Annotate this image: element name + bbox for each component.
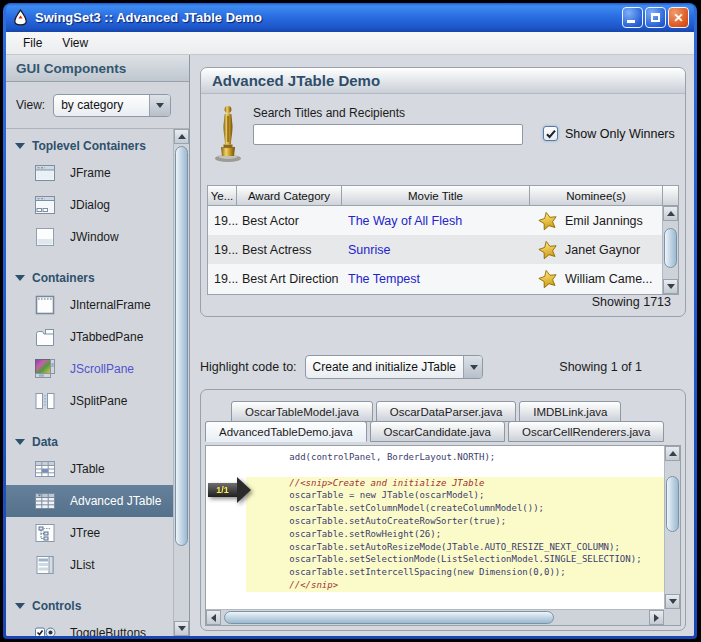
view-combobox-value: by category — [54, 98, 149, 112]
snippet-arrow-icon — [237, 477, 251, 503]
maximize-button[interactable] — [645, 7, 666, 28]
tab-oscarcellrenderers[interactable]: OscarCellRenderers.java — [508, 421, 664, 442]
column-header-nominees[interactable]: Nominee(s) — [530, 185, 663, 206]
column-header-award-category[interactable]: Award Category — [237, 185, 342, 206]
component-tree: Toplevel Containers JFrame — [6, 129, 173, 636]
scroll-up-button[interactable] — [174, 129, 189, 144]
arrow-down-icon — [667, 284, 675, 293]
sidebar-scrollbar[interactable] — [173, 129, 189, 636]
code-line: //</snip> — [246, 579, 664, 592]
sidebar-item-jsplitpane[interactable]: JSplitPane — [6, 385, 173, 417]
maximize-icon — [651, 13, 660, 22]
tab-oscardataparser[interactable]: OscarDataParser.java — [376, 401, 517, 422]
code-viewer-panel: OscarTableModel.java OscarDataParser.jav… — [200, 389, 686, 631]
sidebar-item-advanced-jtable[interactable]: Advanced JTable — [6, 485, 173, 517]
sidebar-item-jtree[interactable]: JTree — [6, 517, 173, 549]
code-vscroll-thumb[interactable] — [666, 476, 679, 532]
scroll-down-button[interactable] — [665, 594, 680, 609]
sidebar-item-jlist[interactable]: JList — [6, 549, 173, 581]
tree-category-toplevel-containers[interactable]: Toplevel Containers — [6, 135, 173, 157]
menu-view[interactable]: View — [52, 33, 98, 53]
nominee-name: William Came... — [565, 272, 653, 286]
column-header-movie-title[interactable]: Movie Title — [342, 185, 530, 206]
title-bar[interactable]: SwingSet3 :: Advanced JTable Demo ✕ — [6, 3, 694, 32]
menu-bar: File View — [6, 32, 694, 55]
code-line: oscarTable = new JTable(oscarModel); — [246, 489, 664, 502]
movie-title-link[interactable]: The Way of All Flesh — [343, 214, 531, 228]
search-input[interactable] — [253, 124, 523, 145]
code-file-tabs: OscarTableModel.java OscarDataParser.jav… — [201, 390, 685, 442]
tree-category-controls[interactable]: Controls — [6, 595, 173, 617]
menu-file[interactable]: File — [13, 33, 52, 53]
checkmark-icon — [545, 128, 557, 140]
combo-arrow-button[interactable] — [463, 356, 483, 378]
view-combobox[interactable]: by category — [53, 94, 171, 117]
tab-oscarcandidate[interactable]: OscarCandidate.java — [370, 421, 505, 442]
jwindow-icon — [33, 225, 57, 249]
code-line — [246, 464, 664, 477]
sidebar-item-jtabbedpane[interactable]: JTabbedPane — [6, 321, 173, 353]
table-status-text: Showing 1713 — [592, 295, 671, 309]
code-hscroll-thumb[interactable] — [224, 611, 554, 624]
code-lines: add(controlPanel, BorderLayout.NORTH); /… — [206, 446, 664, 609]
code-line: oscarTable.setRowHeight(26); — [246, 528, 664, 541]
show-only-winners-checkbox[interactable] — [543, 126, 558, 141]
sidebar-item-jscrollpane[interactable]: JScrollPane — [6, 353, 173, 385]
sidebar-item-jinternalframe[interactable]: JInternalFrame — [6, 289, 173, 321]
tab-oscartablemodel[interactable]: OscarTableModel.java — [231, 401, 373, 422]
movie-title-link[interactable]: Sunrise — [343, 243, 531, 257]
table-row[interactable]: 19... Best Actor The Way of All Flesh — [208, 206, 662, 235]
collapse-triangle-icon — [15, 275, 25, 286]
code-horizontal-scrollbar[interactable] — [206, 609, 664, 625]
scroll-right-button[interactable] — [649, 610, 664, 625]
jframe-icon — [33, 161, 57, 185]
table-row[interactable]: 19... Best Art Direction The Tempest Wil… — [208, 264, 662, 293]
chevron-down-icon — [156, 103, 164, 112]
snippet-marker: 1/1 — [208, 477, 251, 503]
window-title: SwingSet3 :: Advanced JTable Demo — [35, 10, 622, 25]
window-body: File View GUI Components View: by catego… — [6, 32, 694, 636]
minimize-button[interactable] — [622, 7, 643, 28]
collapse-triangle-icon — [15, 603, 25, 614]
combo-arrow-button[interactable] — [149, 95, 170, 116]
nominee-name: Janet Gaynor — [565, 243, 640, 257]
tab-advancedtabledemo[interactable]: AdvancedTableDemo.java — [205, 421, 367, 442]
tab-imdblink[interactable]: IMDBLink.java — [519, 401, 621, 422]
table-row[interactable]: 19... Best Actress Sunrise Janet Gaynor — [208, 235, 662, 264]
arrow-up-icon — [669, 447, 677, 456]
scroll-up-button[interactable] — [663, 206, 678, 221]
column-header-year[interactable]: Ye... — [207, 185, 237, 206]
sidebar-item-jframe[interactable]: JFrame — [6, 157, 173, 189]
code-editor-view[interactable]: add(controlPanel, BorderLayout.NORTH); /… — [205, 445, 681, 626]
table-scrollbar-thumb[interactable] — [664, 228, 677, 268]
snippet-marker-label: 1/1 — [208, 483, 237, 497]
sidebar-item-togglebuttons[interactable]: ToggleButtons — [6, 617, 173, 636]
winner-star-icon — [537, 268, 559, 290]
nominee-name: Emil Jannings — [565, 214, 643, 228]
app-window: SwingSet3 :: Advanced JTable Demo ✕ File… — [3, 3, 697, 639]
scroll-down-button[interactable] — [174, 621, 189, 636]
jtable-icon — [33, 457, 57, 481]
highlight-code-combobox[interactable]: Create and initialize JTable — [305, 355, 483, 379]
scroll-left-button[interactable] — [206, 610, 221, 625]
advanced-jtable-demo-panel: Advanced JTable Demo — [200, 67, 686, 317]
sidebar-item-jdialog[interactable]: JDialog — [6, 189, 173, 221]
close-button[interactable]: ✕ — [668, 7, 689, 28]
jtabbedpane-icon — [33, 325, 57, 349]
code-line: oscarTable.setIntercellSpacing(new Dimen… — [246, 566, 664, 579]
demo-main-area: Advanced JTable Demo — [190, 55, 694, 636]
sidebar-scrollbar-thumb[interactable] — [175, 146, 188, 546]
scrollbar-corner — [664, 609, 680, 625]
table-scrollbar[interactable] — [662, 206, 678, 294]
jinternalframe-icon — [33, 293, 57, 317]
scroll-up-button[interactable] — [665, 446, 680, 461]
movie-title-link[interactable]: The Tempest — [343, 272, 531, 286]
tree-category-containers[interactable]: Containers — [6, 267, 173, 289]
tree-category-data[interactable]: Data — [6, 431, 173, 453]
sidebar-item-jwindow[interactable]: JWindow — [6, 221, 173, 253]
sidebar-item-jtable[interactable]: JTable — [6, 453, 173, 485]
winner-star-icon — [537, 239, 559, 261]
code-vertical-scrollbar[interactable] — [664, 446, 680, 609]
view-label: View: — [16, 98, 45, 112]
scroll-down-button[interactable] — [663, 279, 678, 294]
